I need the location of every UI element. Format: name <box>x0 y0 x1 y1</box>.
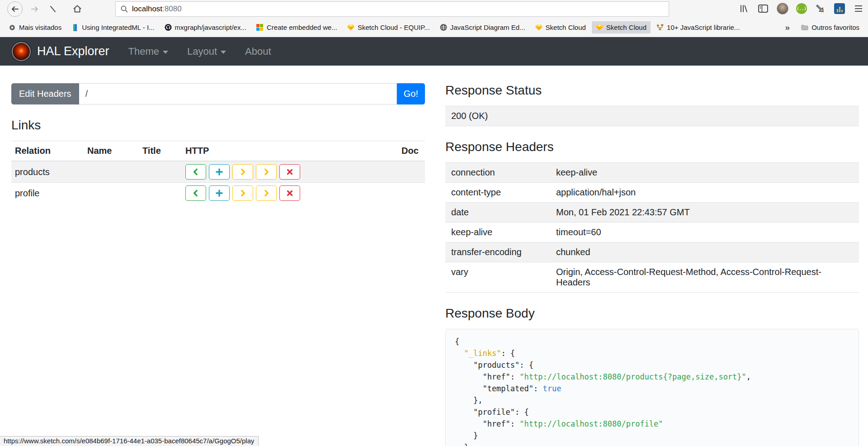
nav-link-about[interactable]: About <box>245 46 271 57</box>
edit-headers-button[interactable]: Edit Headers <box>11 83 79 104</box>
status-value: 200 (OK) <box>445 106 494 126</box>
links-column-header: Name <box>84 141 139 161</box>
bookmark-item[interactable]: Using IntegratedML - I... <box>67 21 158 33</box>
sidebar-icon <box>758 4 769 14</box>
name-cell <box>84 183 139 204</box>
chevron-down-icon <box>163 51 168 54</box>
status-row: 200 (OK) <box>445 106 859 126</box>
http-delete-button[interactable] <box>279 185 300 201</box>
bookmark-label: Sketch Cloud - EQUIP... <box>358 24 430 31</box>
bookmark-label: Sketch Cloud <box>546 24 586 31</box>
request-bar: Edit Headers Go! <box>11 83 425 104</box>
brand-title[interactable]: HAL Explorer <box>37 44 109 58</box>
relation-cell: products <box>11 161 84 183</box>
response-body-json: { "_links": { "products": { "href": "htt… <box>455 336 849 446</box>
nav-link-theme[interactable]: Theme <box>128 46 168 57</box>
bookmark-item[interactable]: Sketch Cloud - EQUIP... <box>343 21 434 33</box>
sidebar-toggle-button[interactable] <box>757 3 769 14</box>
header-value: chunked <box>550 242 596 262</box>
back-icon <box>10 5 19 14</box>
nav-link-layout[interactable]: Layout <box>187 46 226 57</box>
github-icon <box>165 24 172 31</box>
http-delete-button[interactable] <box>279 164 300 180</box>
address-bar[interactable]: localhost:8080 <box>115 1 669 17</box>
http-put-button[interactable] <box>232 164 253 180</box>
menu-button[interactable] <box>853 3 864 14</box>
forward-icon <box>30 5 39 14</box>
reload-slash-icon <box>48 5 57 14</box>
response-headers-title: Response Headers <box>445 140 859 154</box>
doc-cell <box>398 183 425 204</box>
other-favorites-folder[interactable]: Outros favoritos <box>797 21 863 33</box>
back-button[interactable] <box>7 1 23 17</box>
folder-icon <box>801 24 808 31</box>
title-cell <box>139 183 182 204</box>
account-avatar[interactable] <box>777 3 788 14</box>
response-header-row: date Mon, 01 Feb 2021 22:43:57 GMT <box>445 202 859 222</box>
bookmark-item[interactable]: Sketch Cloud <box>531 21 590 33</box>
reload-button[interactable] <box>47 3 59 15</box>
address-host: localhost <box>132 5 162 14</box>
header-value: keep-alive <box>550 163 603 182</box>
bookmarks-bar: Mais visitadosUsing IntegratedML - I...m… <box>0 18 868 37</box>
other-favorites-label: Outros favoritos <box>811 24 859 31</box>
sketch-icon <box>535 24 542 31</box>
chevron-down-icon <box>221 51 226 54</box>
link-row-profile: profile <box>11 183 425 204</box>
sketch-icon <box>347 24 354 31</box>
bookmark-item[interactable]: mxgraph/javascript/ex... <box>160 21 250 33</box>
header-name: content-type <box>445 183 550 202</box>
home-button[interactable] <box>71 3 83 15</box>
title-cell <box>139 161 182 183</box>
library-button[interactable] <box>738 3 750 14</box>
bookmark-label: Using IntegratedML - I... <box>82 24 154 31</box>
http-patch-button[interactable] <box>256 164 277 180</box>
http-put-button[interactable] <box>232 185 253 201</box>
header-value: Origin, Access-Control-Request-Method, A… <box>550 262 859 292</box>
header-name: date <box>445 203 550 222</box>
bookmark-label: Mais visitados <box>19 24 61 31</box>
http-cell <box>182 161 398 183</box>
http-cell <box>182 183 398 204</box>
nav-link-label: Theme <box>128 46 159 57</box>
doc-cell <box>398 161 425 183</box>
extension-arrow-icon[interactable] <box>815 3 826 14</box>
extension-chart-icon[interactable] <box>834 3 845 14</box>
bookmark-item[interactable]: Mais visitados <box>5 21 66 33</box>
globe-icon <box>440 24 447 31</box>
response-body-card: { "_links": { "products": { "href": "htt… <box>445 329 859 446</box>
bookmark-item[interactable]: 10+ JavaScript librarie... <box>652 21 744 33</box>
http-post-button[interactable] <box>209 164 230 180</box>
path-input[interactable] <box>79 83 397 104</box>
response-status-title: Response Status <box>445 83 859 98</box>
relation-cell: profile <box>11 183 84 204</box>
header-value: Mon, 01 Feb 2021 22:43:57 GMT <box>550 203 696 222</box>
response-body-title: Response Body <box>445 306 859 321</box>
links-column-header: Doc <box>398 141 425 161</box>
sketch-icon <box>596 24 603 31</box>
home-icon <box>72 4 82 14</box>
response-header-row: keep-alive timeout=60 <box>445 222 859 242</box>
response-header-row: content-type application/hal+json <box>445 182 859 202</box>
bookmarks-overflow-button[interactable]: » <box>780 23 796 33</box>
hal-navbar: HAL Explorer ThemeLayoutAbout <box>0 37 868 66</box>
header-name: keep-alive <box>445 223 550 242</box>
http-get-button[interactable] <box>185 164 206 180</box>
extension-code-icon[interactable]: (..) <box>796 3 807 14</box>
http-patch-button[interactable] <box>256 185 277 201</box>
search-icon <box>120 5 128 13</box>
forward-button[interactable] <box>29 3 41 15</box>
go-button[interactable]: Go! <box>397 83 425 104</box>
http-get-button[interactable] <box>185 185 206 201</box>
bookmark-item[interactable]: Create embedded we... <box>252 21 341 33</box>
name-cell <box>84 161 139 183</box>
http-post-button[interactable] <box>209 185 230 201</box>
header-name: vary <box>445 262 550 292</box>
left-column: Edit Headers Go! Links RelationNameTitle… <box>11 83 425 446</box>
right-column: Response Status 200 (OK) Response Header… <box>445 83 859 446</box>
response-header-row: connection keep-alive <box>445 162 859 182</box>
status-url-tooltip: https://www.sketch.com/s/e084b69f-1716-4… <box>0 436 259 446</box>
bookmark-item[interactable]: Sketch Cloud <box>592 21 651 33</box>
links-table: RelationNameTitleHTTPDoc products profil… <box>11 141 425 204</box>
bookmark-item[interactable]: JavaScript Diagram Ed... <box>436 21 529 33</box>
